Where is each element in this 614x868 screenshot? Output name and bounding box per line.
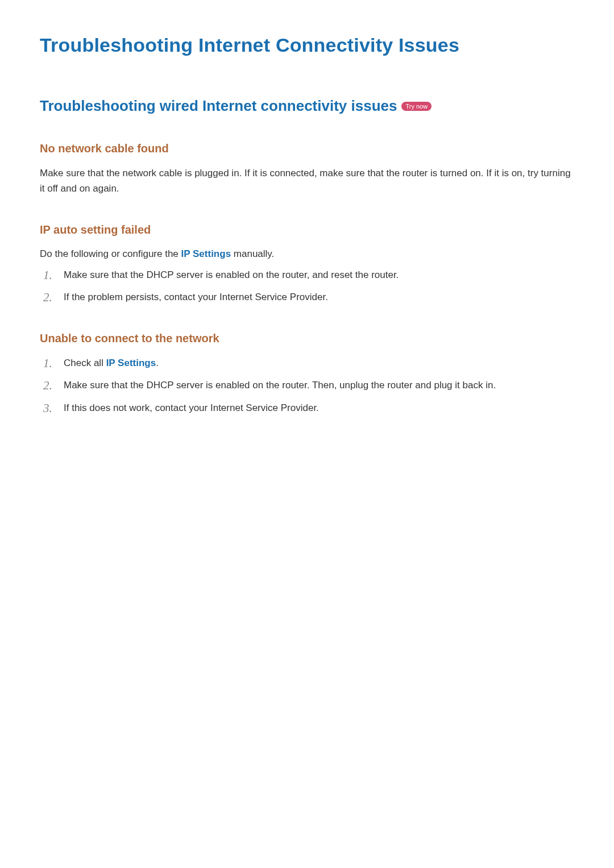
intro-post: manually. [231,248,274,259]
ip-settings-link[interactable]: IP Settings [181,248,231,259]
list-unable-connect: Check all IP Settings. Make sure that th… [40,355,574,416]
item1-pre: Check all [64,358,106,368]
list-item: Make sure that the DHCP server is enable… [43,267,574,283]
block-unable-connect: Unable to connect to the network Check a… [40,332,574,416]
ip-settings-link[interactable]: IP Settings [106,358,156,368]
sub-heading-unable-connect: Unable to connect to the network [40,332,574,345]
body-text-no-cable: Make sure that the network cable is plug… [40,165,574,196]
intro-text-ip-auto: Do the following or configure the IP Set… [40,247,574,261]
sub-heading-no-cable: No network cable found [40,142,574,155]
sub-heading-ip-auto: IP auto setting failed [40,223,574,236]
item1-post: . [156,358,159,368]
try-now-badge[interactable]: Try now [401,102,432,111]
list-ip-auto: Make sure that the DHCP server is enable… [40,267,574,305]
section-title-wired: Troubleshooting wired Internet connectiv… [40,97,574,115]
page-title: Troubleshooting Internet Connectivity Is… [40,34,574,56]
section-title-text: Troubleshooting wired Internet connectiv… [40,97,397,115]
list-item: Make sure that the DHCP server is enable… [43,377,574,393]
list-item: Check all IP Settings. [43,355,574,371]
list-item: If this does not work, contact your Inte… [43,400,574,416]
block-no-cable: No network cable found Make sure that th… [40,142,574,196]
list-item: If the problem persists, contact your In… [43,289,574,305]
block-ip-auto: IP auto setting failed Do the following … [40,223,574,305]
intro-pre: Do the following or configure the [40,248,181,259]
